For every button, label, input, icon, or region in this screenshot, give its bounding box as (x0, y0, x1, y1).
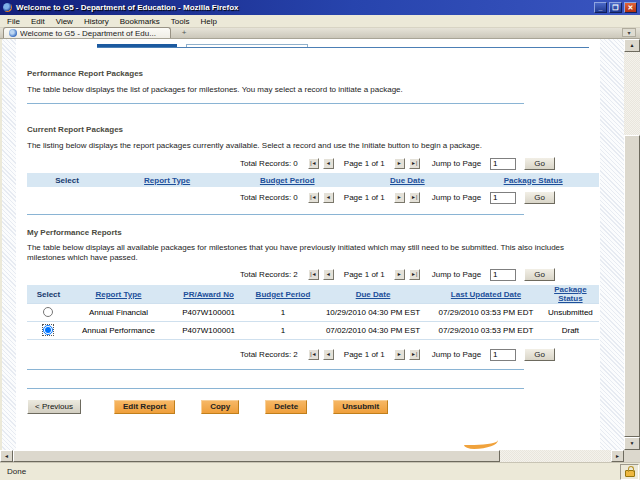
window-title: Welcome to G5 - Department of Education … (16, 3, 239, 12)
column-package-status[interactable]: Package Status (504, 176, 563, 185)
vertical-scrollbar[interactable]: ▲ ▼ (624, 39, 640, 450)
jump-to-page-input[interactable] (490, 269, 516, 281)
first-page-button[interactable]: |◄ (308, 192, 319, 203)
section-divider (27, 103, 524, 104)
go-button[interactable]: Go (524, 157, 555, 170)
cell-package-status: Draft (542, 322, 599, 340)
previous-page-button[interactable]: ◄ (323, 269, 334, 280)
column-last-updated-date[interactable]: Last Updated Date (451, 290, 521, 299)
column-budget-period[interactable]: Budget Period (256, 290, 311, 299)
horizontal-scrollbar[interactable]: ◄ ► (0, 450, 624, 462)
menu-history[interactable]: History (84, 17, 109, 26)
last-page-button[interactable]: ►| (409, 158, 420, 169)
cell-due-date: 07/02/2010 04:30 PM EST (316, 322, 430, 340)
jump-to-page-input[interactable] (490, 192, 516, 204)
column-report-type[interactable]: Report Type (144, 176, 190, 185)
tab-award-list[interactable]: Award List (97, 44, 177, 48)
browser-tab-title: Welcome to G5 - Department of Edu... (20, 29, 156, 38)
last-page-button[interactable]: ►| (409, 269, 420, 280)
cell-due-date: 10/29/2010 04:30 PM EST (316, 304, 430, 322)
firefox-icon (3, 3, 12, 12)
globe-favicon-icon (9, 29, 17, 37)
scrollbar-corner (624, 450, 640, 462)
cell-last-updated: 07/29/2010 03:53 PM EDT (430, 322, 542, 340)
next-page-button[interactable]: ► (394, 269, 405, 280)
column-pr-award-no[interactable]: PR/Award No (183, 290, 234, 299)
go-button[interactable]: Go (524, 268, 555, 281)
jump-to-page-input[interactable] (490, 349, 516, 361)
column-report-type[interactable]: Report Type (95, 290, 141, 299)
menu-help[interactable]: Help (200, 17, 216, 26)
vertical-scroll-thumb[interactable] (624, 135, 640, 437)
cell-last-updated: 07/29/2010 03:53 PM EDT (430, 304, 542, 322)
tab-performance-report-list[interactable]: Performance Report List (186, 44, 307, 48)
page-content: Award List Performance Report List Perfo… (16, 39, 600, 450)
jump-to-page-label: Jump to Page (432, 350, 481, 359)
pagination-bar-myreports-top: Total Records: 2 |◄ ◄ Page 1 of 1 ► ►| J… (240, 268, 589, 281)
page-indicator: Page 1 of 1 (344, 193, 385, 202)
next-page-button[interactable]: ► (394, 349, 405, 360)
menu-view[interactable]: View (56, 17, 73, 26)
title-bar: Welcome to G5 - Department of Education … (0, 0, 640, 15)
select-radio[interactable] (43, 325, 53, 335)
table-header-row: Select Report Type PR/Award No Budget Pe… (27, 285, 599, 304)
my-reports-description: The table below displays all available p… (27, 243, 592, 263)
new-tab-button[interactable]: + (176, 28, 192, 37)
horizontal-scroll-thumb[interactable] (13, 450, 500, 462)
column-due-date[interactable]: Due Date (390, 176, 425, 185)
first-page-button[interactable]: |◄ (308, 349, 319, 360)
previous-page-button[interactable]: ◄ (323, 349, 334, 360)
unsubmit-button[interactable]: Unsubmit (333, 400, 388, 414)
pagination-bar-current-bottom: Total Records: 0 |◄ ◄ Page 1 of 1 ► ►| J… (240, 191, 589, 204)
browser-tab[interactable]: Welcome to G5 - Department of Edu... (3, 27, 171, 38)
first-page-button[interactable]: |◄ (308, 158, 319, 169)
minimize-button[interactable]: _ (594, 2, 607, 13)
delete-button[interactable]: Delete (265, 400, 307, 414)
last-page-button[interactable]: ►| (409, 349, 420, 360)
column-due-date[interactable]: Due Date (356, 290, 391, 299)
tab-list-dropdown-icon[interactable]: ▾ (622, 28, 636, 37)
status-text: Done (7, 467, 26, 476)
go-button[interactable]: Go (524, 348, 555, 361)
go-button[interactable]: Go (524, 191, 555, 204)
copy-button[interactable]: Copy (201, 400, 239, 414)
scroll-left-button[interactable]: ◄ (0, 450, 13, 462)
previous-page-button[interactable]: ◄ (323, 158, 334, 169)
lock-icon[interactable] (625, 470, 635, 477)
scroll-right-button[interactable]: ► (611, 450, 624, 462)
restore-button[interactable]: ❐ (609, 2, 622, 13)
close-button[interactable]: ✕ (624, 2, 637, 13)
scroll-down-button[interactable]: ▼ (624, 437, 640, 450)
jump-to-page-label: Jump to Page (432, 159, 481, 168)
select-radio[interactable] (43, 307, 53, 317)
menu-bookmarks[interactable]: Bookmarks (120, 17, 160, 26)
scroll-up-button[interactable]: ▲ (624, 39, 640, 52)
menu-edit[interactable]: Edit (31, 17, 45, 26)
last-page-button[interactable]: ►| (409, 192, 420, 203)
cell-budget-period: 1 (250, 322, 316, 340)
cell-report-type: Annual Financial (70, 304, 167, 322)
next-page-button[interactable]: ► (394, 158, 405, 169)
column-select: Select (27, 173, 107, 187)
column-package-status[interactable]: Package Status (554, 285, 586, 303)
jump-to-page-input[interactable] (490, 158, 516, 170)
security-panel (620, 464, 639, 480)
current-packages-description: The listing below displays the report pa… (27, 141, 589, 151)
next-page-button[interactable]: ► (394, 192, 405, 203)
menu-file[interactable]: File (7, 17, 20, 26)
browser-tab-strip: Welcome to G5 - Department of Edu... + ▾ (0, 28, 640, 39)
edit-report-button[interactable]: Edit Report (114, 400, 175, 414)
cell-pr-award-no: P407W100001 (167, 304, 250, 322)
cell-package-status: Unsubmitted (542, 304, 599, 322)
column-select: Select (27, 285, 70, 304)
report-packages-heading: Performance Report Packages (27, 69, 589, 78)
status-bar: Done (0, 462, 640, 480)
previous-button[interactable]: < Previous (27, 399, 81, 414)
section-divider (27, 214, 524, 215)
first-page-button[interactable]: |◄ (308, 269, 319, 280)
column-budget-period[interactable]: Budget Period (260, 176, 315, 185)
previous-page-button[interactable]: ◄ (323, 192, 334, 203)
menu-tools[interactable]: Tools (171, 17, 190, 26)
my-reports-table: Select Report Type PR/Award No Budget Pe… (27, 285, 599, 340)
browser-window: Welcome to G5 - Department of Education … (0, 0, 640, 480)
